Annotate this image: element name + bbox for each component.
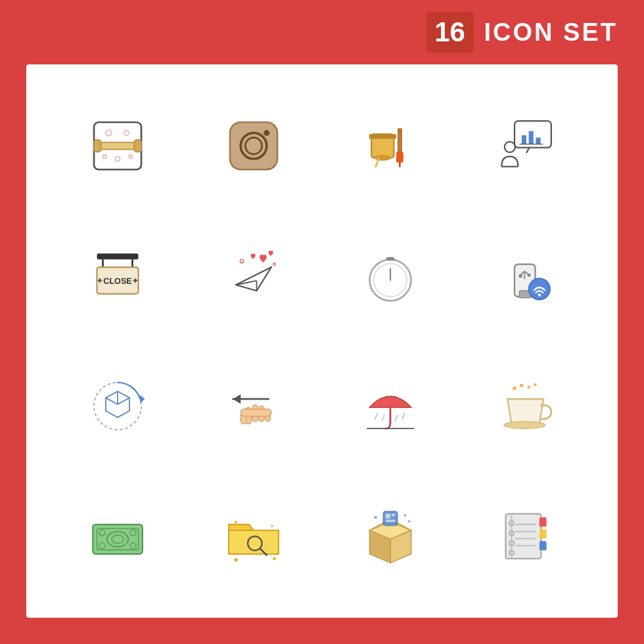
icon-cell-rolling-pin xyxy=(53,84,183,208)
svg-rect-2 xyxy=(94,140,101,152)
svg-text:CLOSE: CLOSE xyxy=(103,277,131,286)
svg-rect-110 xyxy=(540,529,547,538)
svg-rect-111 xyxy=(540,541,547,550)
icon-cell-umbrella xyxy=(325,344,455,468)
svg-line-54 xyxy=(106,398,118,404)
box-package-icon xyxy=(361,507,420,566)
svg-text:✦: ✦ xyxy=(96,275,104,286)
svg-marker-56 xyxy=(140,395,145,403)
svg-point-76 xyxy=(504,421,545,428)
svg-point-50 xyxy=(538,294,541,297)
icon-cell-folder-search: ✦ ✦ xyxy=(189,474,319,598)
rolling-pin-icon xyxy=(88,116,147,175)
hot-cup-icon xyxy=(497,377,556,436)
svg-text:✦: ✦ xyxy=(131,275,139,286)
svg-rect-3 xyxy=(134,140,141,152)
svg-point-15 xyxy=(374,155,390,161)
svg-point-37 xyxy=(273,263,276,265)
svg-rect-99 xyxy=(386,520,395,522)
svg-point-74 xyxy=(534,383,538,386)
svg-point-4 xyxy=(106,130,112,136)
svg-point-89 xyxy=(273,557,277,561)
svg-line-66 xyxy=(375,413,377,419)
money-bill-icon xyxy=(88,507,147,566)
svg-line-55 xyxy=(118,398,129,404)
svg-marker-33 xyxy=(236,267,271,291)
svg-point-71 xyxy=(513,386,517,390)
svg-text:✦: ✦ xyxy=(233,519,239,526)
svg-text:✦: ✦ xyxy=(270,523,274,529)
icon-cell-paint xyxy=(325,84,455,208)
svg-point-73 xyxy=(528,386,531,389)
header: 16 ICON SET xyxy=(0,0,644,64)
svg-rect-9 xyxy=(230,122,277,170)
icon-grid: CLOSE ✦ ✦ xyxy=(53,84,591,598)
icon-cell-paper-plane xyxy=(189,214,319,338)
icon-cell-close-sign: CLOSE ✦ ✦ xyxy=(53,214,183,338)
header-number: 16 xyxy=(426,12,474,53)
svg-point-12 xyxy=(264,130,270,136)
svg-marker-58 xyxy=(233,394,241,403)
white-panel: CLOSE ✦ ✦ xyxy=(26,64,618,618)
swipe-left-icon xyxy=(224,377,283,436)
paint-bucket-brush-icon xyxy=(361,116,420,175)
close-sign-icon: CLOSE ✦ ✦ xyxy=(88,246,147,306)
icon-cell-3d-cube xyxy=(53,344,183,468)
svg-rect-98 xyxy=(392,514,395,517)
svg-rect-26 xyxy=(97,254,138,260)
icon-cell-hot-cup xyxy=(462,344,592,468)
svg-rect-97 xyxy=(386,514,390,518)
icon-cell-notebook xyxy=(462,474,592,598)
main-container: 16 ICON SET xyxy=(0,0,644,644)
icon-cell-usb-wifi xyxy=(462,214,592,338)
svg-rect-21 xyxy=(529,131,534,145)
svg-rect-40 xyxy=(386,257,394,260)
icon-cell-swipe-left xyxy=(189,344,319,468)
header-title: ICON SET xyxy=(484,18,618,47)
3d-cube-rotate-icon xyxy=(88,377,147,436)
svg-rect-96 xyxy=(383,511,398,526)
svg-point-5 xyxy=(124,131,129,135)
svg-point-47 xyxy=(519,274,522,277)
svg-rect-17 xyxy=(396,152,403,162)
icon-cell-stopwatch xyxy=(325,214,455,338)
icon-cell-money xyxy=(53,474,183,598)
notebook-tabs-icon xyxy=(497,507,556,566)
svg-point-101 xyxy=(403,515,406,517)
svg-point-6 xyxy=(115,156,120,161)
svg-point-72 xyxy=(520,384,523,387)
svg-point-7 xyxy=(103,155,106,158)
person-presentation-icon xyxy=(497,116,556,175)
svg-rect-109 xyxy=(540,517,547,526)
svg-point-102 xyxy=(408,520,411,523)
paper-plane-hearts-icon xyxy=(224,246,283,306)
icon-cell-instagram xyxy=(189,84,319,208)
umbrella-rain-icon xyxy=(361,377,420,436)
instagram-camera-icon xyxy=(224,116,283,175)
svg-rect-22 xyxy=(536,137,541,144)
svg-rect-1 xyxy=(99,143,137,150)
svg-line-68 xyxy=(395,415,398,421)
icon-cell-box-package xyxy=(325,474,455,598)
svg-point-36 xyxy=(241,260,244,263)
svg-rect-48 xyxy=(528,273,531,277)
svg-point-100 xyxy=(374,516,377,519)
svg-rect-16 xyxy=(398,128,402,155)
usb-wifi-icon xyxy=(497,246,556,306)
svg-point-49 xyxy=(529,279,550,300)
svg-rect-64 xyxy=(241,409,271,417)
stopwatch-icon xyxy=(361,246,420,306)
svg-line-69 xyxy=(402,413,405,419)
svg-point-24 xyxy=(505,142,515,152)
svg-rect-14 xyxy=(369,134,396,139)
icon-cell-presentation xyxy=(462,84,592,208)
svg-rect-20 xyxy=(522,135,526,145)
svg-point-88 xyxy=(235,558,238,561)
folder-search-icon: ✦ ✦ xyxy=(224,507,283,566)
svg-line-67 xyxy=(382,415,384,421)
svg-point-8 xyxy=(129,155,132,158)
